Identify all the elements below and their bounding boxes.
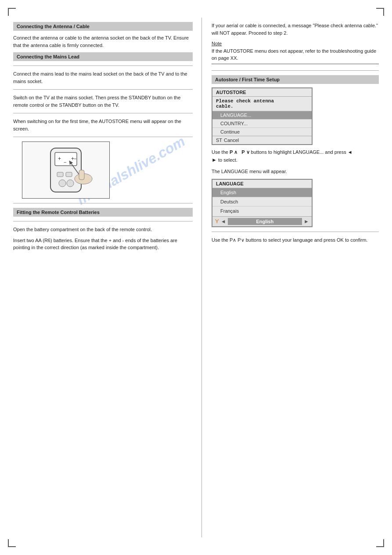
svg-text:+: + (58, 156, 61, 162)
divider-1 (13, 65, 193, 66)
menu-item-language[interactable]: LANGUAGE... (212, 111, 312, 119)
p-down-arrow: P ∨ (241, 149, 249, 155)
intro-text: If your aerial or cable is connected, a … (212, 22, 379, 36)
autostore-title: AUTOSTORE (212, 88, 312, 97)
svg-text:−: − (74, 156, 76, 161)
language-item-deutsch[interactable]: Deutsch (212, 197, 312, 206)
section-battery-header: Fitting the Remote Control Batteries (13, 208, 193, 217)
corner-mark-bl (8, 539, 16, 547)
cancel-label: Cancel (224, 138, 239, 143)
mains-text2: Switch on the TV at the mains socket. Th… (13, 94, 193, 109)
menu-item-continue[interactable]: Continue (212, 127, 312, 136)
right-divider-1 (212, 70, 379, 71)
autostore-cancel: ST Cancel (212, 136, 312, 144)
note-block: Note If the AUTOSTORE menu does not appe… (212, 40, 379, 64)
left-column: Connecting the Antenna / Cable Connect t… (13, 18, 202, 537)
battery-text2: Insert two AA (R6) batteries. Ensure tha… (13, 237, 193, 251)
svg-point-12 (67, 180, 74, 187)
divider-4 (13, 137, 193, 137)
language-item-francais[interactable]: Français (212, 206, 312, 215)
divider-2 (13, 89, 193, 90)
section-mains-header: Connecting the Mains Lead (13, 52, 193, 61)
divider-3 (13, 113, 193, 113)
note-text: If the AUTOSTORE menu does not appear, r… (212, 48, 376, 61)
mains-text3: When switching on for the first time, th… (13, 118, 193, 132)
svg-rect-10 (66, 172, 72, 177)
corner-mark-tl (8, 8, 16, 16)
language-bar: Y ◄ English ► (212, 216, 312, 226)
right-column: If your aerial or cable is connected, a … (202, 18, 379, 537)
mains-text1: Connect the mains lead to the mains lead… (13, 70, 193, 85)
bullet-text: The LANGUAGE menu will appear. (212, 168, 379, 175)
autostore-warning: Please check antennacable. (212, 97, 312, 111)
corner-mark-br (376, 539, 384, 547)
lang-left-arrow[interactable]: ◄ (221, 218, 226, 225)
divider-6 (13, 221, 193, 221)
nav-text-block: Use the P ∧ P ∨ buttons to highlight LAN… (212, 149, 379, 165)
note-label: Note (212, 41, 222, 46)
autostore-menu-box: AUTOSTORE Please check antennacable. LAN… (212, 87, 313, 145)
battery-image: + + − − (22, 141, 110, 199)
section-antenna-header: Connecting the Antenna / Cable (13, 22, 193, 31)
divider-5 (13, 203, 193, 203)
cancel-prefix: ST (216, 138, 222, 143)
language-item-english[interactable]: English (212, 188, 312, 197)
svg-rect-8 (79, 170, 84, 180)
language-bar-value: English (228, 218, 302, 225)
menu-item-country[interactable]: COUNTRY... (212, 119, 312, 127)
lang-bar-icon: Y (215, 218, 219, 225)
battery-text1: Open the battery compartment on the back… (13, 226, 193, 233)
autostore-section-header: Autostore / First Time Setup (212, 75, 379, 84)
bullet-arrow: ► (212, 156, 217, 164)
svg-point-11 (59, 180, 66, 187)
language-menu-box: LANGUAGE English Deutsch Français Y ◄ En… (212, 179, 313, 227)
svg-rect-9 (57, 172, 63, 177)
nav-back-arrow: ◄ (348, 149, 352, 155)
language-title: LANGUAGE (212, 180, 312, 188)
svg-text:−: − (64, 160, 66, 165)
lang-right-arrow[interactable]: ► (304, 218, 309, 225)
p-up-arrow: P ∧ (230, 149, 237, 155)
bottom-text: Use the P∧ P∨ buttons to select your lan… (212, 236, 379, 244)
corner-mark-tr (376, 8, 384, 16)
antenna-text: Connect the antenna or cable to the ante… (13, 34, 193, 49)
intro-section: If your aerial or cable is connected, a … (212, 22, 379, 64)
right-divider-2 (212, 232, 379, 232)
